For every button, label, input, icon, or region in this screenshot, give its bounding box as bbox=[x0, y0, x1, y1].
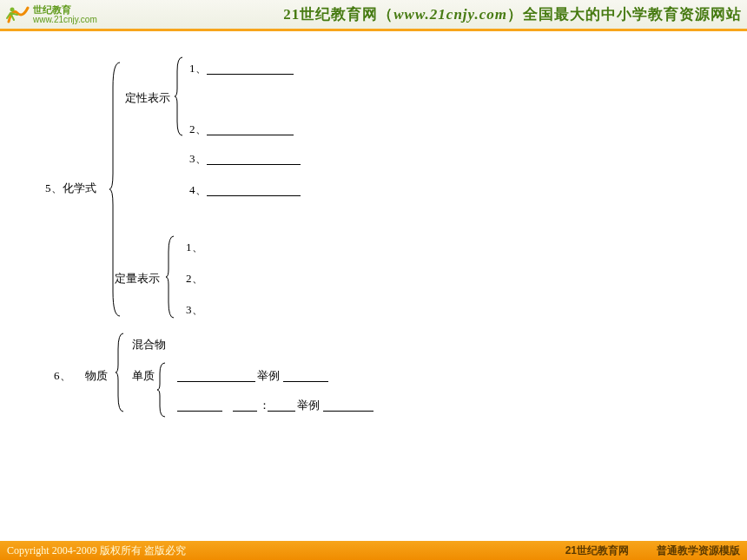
q2-blank[interactable] bbox=[207, 122, 294, 135]
q3-label: 3、 bbox=[189, 151, 207, 167]
q1-label: 1、 bbox=[189, 61, 207, 76]
quantitative-label: 定量表示 bbox=[115, 271, 160, 287]
header-title-url: www.21cnjy.com bbox=[393, 6, 507, 23]
logo-url: www.21cnjy.com bbox=[33, 15, 97, 24]
q4-blank[interactable] bbox=[207, 182, 301, 196]
example-a-blank[interactable] bbox=[283, 368, 328, 382]
section6-subject: 物质 bbox=[85, 368, 108, 384]
logo-upper: 世纪教育 bbox=[33, 5, 97, 15]
svg-point-0 bbox=[10, 7, 15, 11]
footer-bar: Copyright 2004-2009 版权所有 盗版必究 21世纪教育网 普通… bbox=[0, 541, 747, 560]
qq1-label: 1、 bbox=[186, 240, 203, 255]
footer-template: 普通教学资源模版 bbox=[657, 544, 740, 558]
q1-blank[interactable] bbox=[207, 61, 294, 75]
footer-site: 21世纪教育网 bbox=[565, 544, 629, 558]
compound-blank-2[interactable] bbox=[233, 398, 257, 412]
document-content: 5、化学式 定性表示 1、 2、 3、 4、 定量表示 1、 2、 3、 6、 … bbox=[0, 31, 747, 541]
mixture-label: 混合物 bbox=[132, 337, 166, 352]
site-logo: 世纪教育 www.21cnjy.com bbox=[5, 3, 97, 27]
copyright-text: Copyright 2004-2009 版权所有 盗版必究 bbox=[7, 544, 186, 558]
section5-label: 5、化学式 bbox=[45, 181, 96, 196]
logo-text: 世纪教育 www.21cnjy.com bbox=[33, 5, 97, 24]
qq2-label: 2、 bbox=[186, 271, 203, 287]
compound-blank-3[interactable] bbox=[268, 398, 295, 412]
qualitative-label: 定性表示 bbox=[125, 90, 170, 106]
brace-icon bbox=[165, 234, 177, 320]
header-title: 21世纪教育网（www.21cnjy.com）全国最大的中小学教育资源网站 bbox=[283, 4, 742, 24]
brace-icon bbox=[174, 56, 186, 137]
section6-label: 6、 bbox=[54, 368, 71, 384]
header-title-prefix: 21世纪教育网（ bbox=[283, 6, 393, 23]
logo-icon bbox=[5, 3, 30, 27]
pure-simple-blank[interactable] bbox=[177, 368, 255, 382]
header-bar: 世纪教育 www.21cnjy.com 21世纪教育网（www.21cnjy.c… bbox=[0, 0, 747, 31]
example-b-blank[interactable] bbox=[323, 398, 374, 412]
brace-icon bbox=[115, 332, 127, 413]
brace-icon bbox=[156, 361, 169, 418]
q4-label: 4、 bbox=[189, 182, 207, 198]
compound-blank-1[interactable] bbox=[177, 398, 222, 412]
example-a-label: 举例 bbox=[257, 368, 280, 384]
header-title-suffix: ）全国最大的中小学教育资源网站 bbox=[507, 6, 742, 23]
q3-blank[interactable] bbox=[207, 151, 301, 165]
example-b-label: 举例 bbox=[297, 398, 320, 413]
q2-label: 2、 bbox=[189, 122, 207, 137]
pure-simple-label: 单质 bbox=[132, 368, 155, 384]
qq3-label: 3、 bbox=[186, 302, 203, 318]
